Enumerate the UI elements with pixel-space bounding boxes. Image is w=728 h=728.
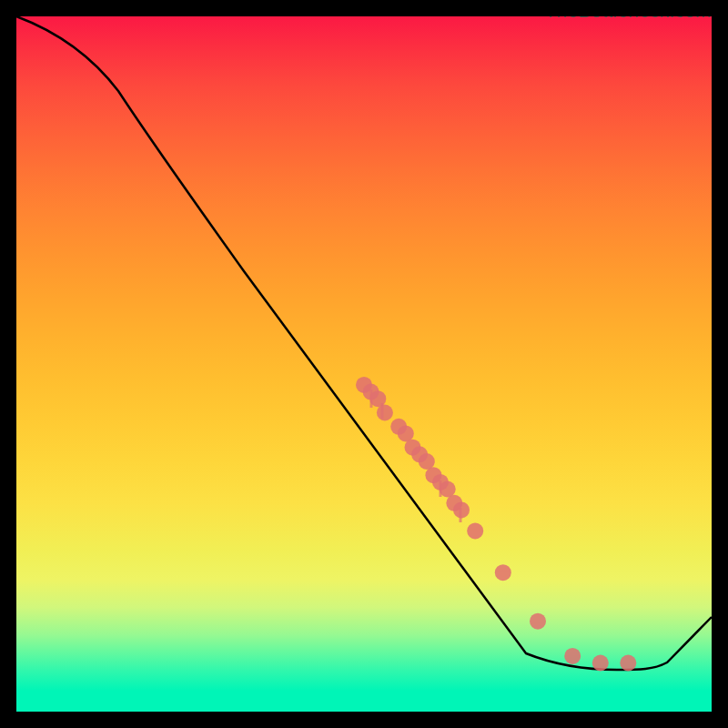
curve-line: [16, 16, 712, 670]
data-point: [495, 564, 511, 581]
data-point: [440, 481, 456, 498]
chart-svg: [16, 16, 712, 712]
data-points: [356, 377, 636, 672]
data-point: [369, 390, 386, 407]
data-point: [398, 425, 414, 441]
data-point: [453, 501, 470, 518]
data-point: [467, 522, 483, 539]
data-point: [592, 655, 609, 672]
watermark-label: TheBottleneck.com: [545, 0, 712, 22]
data-point: [620, 655, 636, 672]
data-point: [564, 648, 581, 664]
data-point: [530, 613, 546, 630]
chart-container: TheBottleneck.com: [0, 0, 728, 728]
data-point: [377, 405, 393, 421]
